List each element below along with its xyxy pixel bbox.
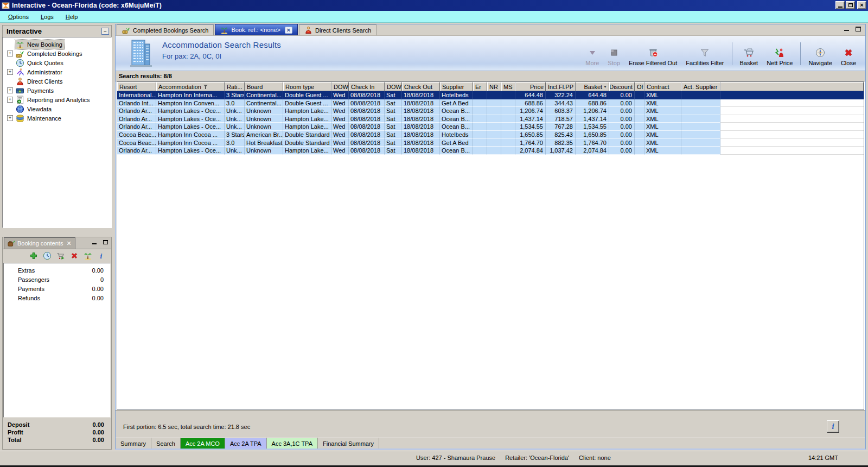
cell-contract: XML (644, 115, 681, 123)
booking-row-label: Passengers (18, 276, 49, 283)
column-header-check-out[interactable]: Check Out (402, 82, 440, 91)
expand-icon[interactable]: + (7, 87, 13, 93)
column-header-act-supplier[interactable]: Act. Supplier (681, 82, 720, 91)
info-button[interactable]: i (97, 251, 106, 260)
cell-incl-fl-pp: 322.24 (546, 91, 576, 99)
booking-total-value: 0.00 (93, 421, 104, 429)
cell-dow: Sat (385, 123, 402, 131)
result-row[interactable]: Orlando Ar...Hampton Lakes - Oce...Unk..… (117, 147, 864, 155)
menu-help[interactable]: Help (61, 12, 83, 21)
close-booking-contents-icon[interactable]: ✕ (66, 240, 71, 247)
column-header-basket[interactable]: Basket▼ (576, 82, 609, 91)
close-tab-icon[interactable]: ✕ (285, 27, 292, 34)
cell-ms (501, 99, 515, 108)
cell-basket: 1,650.85 (576, 131, 609, 139)
cell-nr (487, 91, 501, 99)
info-button[interactable]: i (827, 420, 839, 433)
bottom-tab-acc-2a-mco[interactable]: Acc 2A MCO (181, 438, 225, 449)
expand-icon[interactable]: + (7, 51, 13, 56)
tab-direct-clients-search[interactable]: Direct Clients Search (299, 24, 376, 35)
column-header-contract[interactable]: Contract (644, 82, 681, 91)
sidebar-item-completed-bookings[interactable]: +Completed Bookings (3, 49, 111, 58)
booking-button[interactable] (84, 251, 92, 260)
result-row[interactable]: Cocoa Beac...Hampton Inn Cocoa ...3 Star… (117, 131, 864, 139)
column-header-ms[interactable]: MS (501, 82, 515, 91)
sidebar-collapse-button[interactable]: − (101, 28, 109, 35)
column-header-label: Resort (119, 84, 137, 90)
column-header-accommodation[interactable]: Accommodation (156, 82, 225, 91)
column-header-label: Er (475, 84, 481, 90)
booking-minimize-button[interactable] (91, 239, 98, 245)
bottom-tab-financial-summary[interactable]: Financial Summary (318, 438, 379, 449)
navigate-button[interactable]: Navigate (805, 40, 835, 67)
column-header-check-in[interactable]: Check In (349, 82, 385, 91)
tab-completed-bookings-search[interactable]: Completed Bookings Search (117, 24, 214, 35)
stop-button[interactable]: Stop (604, 40, 624, 67)
result-row[interactable]: Orlando Int...Hampton Inn Conven...3.0Co… (117, 99, 864, 108)
bottom-tab-acc-3a-1c-tpa[interactable]: Acc 3A,1C TPA (267, 438, 318, 449)
basket-button[interactable]: Basket (736, 40, 762, 67)
sidebar-item-direct-clients[interactable]: Direct Clients (3, 77, 111, 86)
expand-icon[interactable]: + (7, 115, 13, 121)
direct-clients-icon (16, 77, 25, 86)
column-header-incl-fl-pp[interactable]: Incl.Fl.PP (546, 82, 576, 91)
panel-minimize-button[interactable] (843, 26, 850, 32)
result-row[interactable]: Orlando Ar...Hampton Lakes - Oce...Unk..… (117, 123, 864, 131)
erase-filtered-out-button[interactable]: Erase Filtered Out (625, 40, 681, 67)
more-button[interactable]: More (582, 40, 603, 67)
column-header-dow[interactable]: DOW (331, 82, 349, 91)
column-header-rati[interactable]: Rati... (225, 82, 245, 91)
minimize-button[interactable] (835, 1, 845, 9)
result-row[interactable]: Orlando Ar...Hampton Lakes - Oce...Unk..… (117, 107, 864, 115)
column-header-discount[interactable]: Discount (609, 82, 635, 91)
column-header-dow[interactable]: DOW (385, 82, 402, 91)
column-header-room-type[interactable]: Room type (283, 82, 331, 91)
filter-icon[interactable] (203, 84, 208, 89)
result-row[interactable]: International...Hampton Inn Interna...3 … (117, 91, 864, 99)
column-header-supplier[interactable]: Supplier (440, 82, 473, 91)
add-to-basket-button[interactable] (56, 251, 65, 260)
sidebar-item-maintenance[interactable]: +Maintenance (3, 113, 111, 123)
cell-check-out: 18/08/2018 (402, 115, 440, 123)
sidebar-item-viewdata[interactable]: Viewdata (3, 104, 111, 113)
sidebar-item-administrator[interactable]: +Administrator (3, 67, 111, 77)
nett-price-button[interactable]: Nett Price (763, 40, 796, 67)
booking-contents-tab[interactable]: Booking contents ✕ (4, 237, 75, 249)
sidebar-item-new-booking[interactable]: New Booking (3, 40, 111, 49)
booking-row-passengers: Passengers0 (4, 275, 110, 284)
result-row[interactable]: Cocoa Beac...Hampton Inn Cocoa ...3.0Hot… (117, 139, 864, 147)
add-button[interactable] (29, 251, 38, 260)
close-window-button[interactable]: × (857, 1, 866, 9)
bottom-tab-acc-2a-tpa[interactable]: Acc 2A TPA (225, 438, 267, 449)
cell-incl-fl-pp: 767.28 (546, 123, 576, 131)
result-row[interactable]: Orlando Ar...Hampton Lakes - Oce...Unk..… (117, 115, 864, 123)
bottom-tab-search[interactable]: Search (151, 438, 181, 449)
delete-button[interactable] (70, 251, 79, 260)
menu-options[interactable]: Options (3, 12, 34, 21)
sidebar-item-quick-quotes[interactable]: Quick Quotes (3, 58, 111, 67)
cell-of (635, 91, 644, 99)
tab-book-ref-none[interactable]: Book. ref.: <none>✕ (215, 24, 298, 35)
column-header-er[interactable]: Er (473, 82, 487, 91)
column-header-of[interactable]: Of (635, 82, 644, 91)
expand-icon[interactable]: + (7, 69, 13, 75)
restore-button[interactable] (846, 1, 855, 9)
bottom-tab-summary[interactable]: Summary (116, 438, 151, 449)
column-header-label: Of (637, 84, 643, 90)
booking-row-value: 0.00 (92, 286, 104, 292)
search-results-count: Search results: 8/8 (116, 71, 865, 81)
column-header-price[interactable]: Price (515, 82, 546, 91)
sidebar-item-payments[interactable]: +Payments (3, 86, 111, 95)
quick-quote-button[interactable] (43, 251, 52, 260)
close-results-button[interactable]: Close (837, 40, 860, 67)
facilities-filter-button[interactable]: Facilities Filter (682, 40, 727, 67)
panel-maximize-button[interactable] (854, 26, 862, 32)
column-header-board[interactable]: Board (245, 82, 283, 91)
column-header-resort[interactable]: Resort (117, 82, 156, 91)
expand-icon[interactable]: + (7, 97, 13, 103)
menu-bar: Options Logs Help (0, 11, 868, 23)
booking-maximize-button[interactable] (101, 239, 109, 245)
sidebar-item-reporting-and-analytics[interactable]: +Reporting and Analytics (3, 95, 111, 104)
column-header-nr[interactable]: NR (487, 82, 501, 91)
menu-logs[interactable]: Logs (36, 12, 59, 21)
